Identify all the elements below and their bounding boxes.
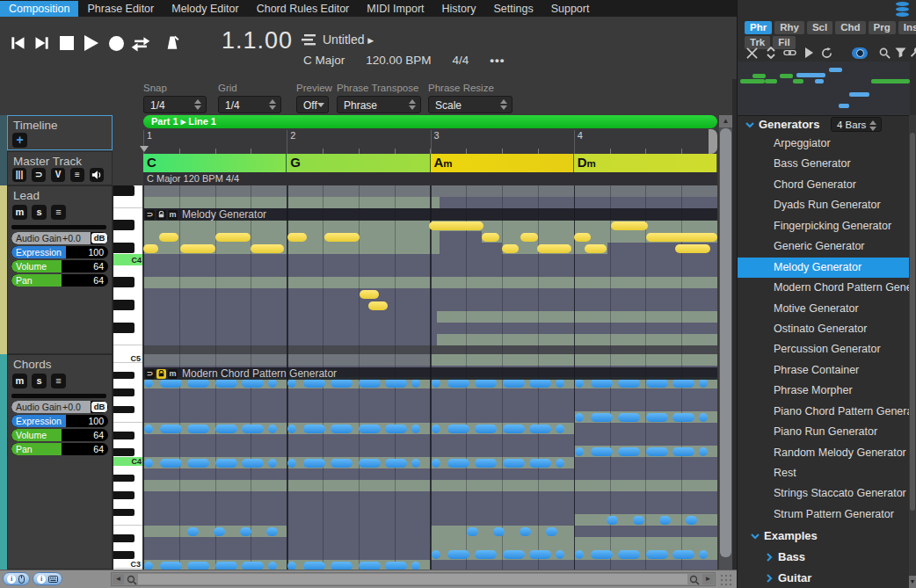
chevron-right-icon[interactable]: [764, 552, 774, 563]
play-icon[interactable]: [81, 33, 102, 53]
volume-slider[interactable]: Volume64: [11, 260, 108, 272]
black-key[interactable]: [113, 300, 134, 310]
chords-note[interactable]: [575, 550, 584, 559]
chords-note[interactable]: [242, 562, 264, 570]
repeat-icon[interactable]: ⊃: [145, 210, 155, 220]
piano-roll[interactable]: ⊃mMelody Generator⊃mModern Chord Pattern…: [143, 185, 717, 570]
mute-icon[interactable]: m: [168, 210, 178, 220]
chords-note[interactable]: [672, 550, 694, 559]
chord-block-C[interactable]: C: [143, 154, 287, 172]
chords-note[interactable]: [556, 425, 564, 433]
velocity-icon[interactable]: V: [51, 168, 65, 182]
black-key[interactable]: [113, 551, 134, 559]
visibility-icon[interactable]: [852, 46, 868, 60]
chords-note[interactable]: [215, 425, 237, 433]
song-title-row[interactable]: Untitled ▶: [302, 33, 374, 47]
melody-note[interactable]: [429, 221, 483, 230]
black-key[interactable]: [113, 475, 134, 483]
chords-note[interactable]: [591, 379, 613, 388]
generator-item-chord-generator[interactable]: Chord Generator: [738, 175, 910, 195]
chords-note[interactable]: [556, 459, 564, 468]
chords-note[interactable]: [529, 379, 551, 388]
chords-note[interactable]: [242, 459, 264, 468]
spinner-icon[interactable]: [500, 99, 508, 110]
chords-note[interactable]: [187, 459, 209, 468]
master-track-panel[interactable]: Master Track |||⊃V≡: [7, 151, 113, 185]
chords-note[interactable]: [646, 447, 668, 456]
menu-item-phrase-editor[interactable]: Phrase Editor: [78, 1, 163, 18]
play-icon[interactable]: [801, 46, 817, 60]
chords-note[interactable]: [268, 459, 277, 468]
chords-note[interactable]: [359, 562, 381, 570]
example-label-guitar[interactable]: Guitar: [778, 571, 811, 584]
black-key[interactable]: [113, 220, 134, 230]
menu-item-composition[interactable]: Composition: [0, 1, 78, 18]
chords-note[interactable]: [467, 527, 478, 536]
chords-note[interactable]: [359, 379, 381, 388]
chords-note[interactable]: [475, 550, 497, 559]
sustain-icon[interactable]: ⊃: [32, 168, 46, 182]
song-title[interactable]: Untitled: [323, 33, 364, 47]
tab-ins[interactable]: Ins: [898, 21, 916, 34]
audio-gain-slider[interactable]: Audio Gain+0.0dB: [11, 401, 108, 413]
chords-note[interactable]: [546, 527, 557, 536]
chords-note[interactable]: [215, 379, 237, 388]
melody-note[interactable]: [360, 290, 379, 299]
generator-item-rest[interactable]: Rest: [738, 463, 910, 483]
chords-note[interactable]: [303, 379, 325, 388]
examples-label[interactable]: Examples: [764, 529, 818, 542]
black-key[interactable]: [113, 534, 134, 542]
chords-note[interactable]: [672, 379, 694, 388]
chords-note[interactable]: [503, 425, 525, 433]
chords-note[interactable]: [432, 550, 440, 559]
sidebar-scrollbar[interactable]: ▼: [909, 115, 916, 588]
generator-item-percussion-generator[interactable]: Percussion Generator: [738, 339, 910, 359]
database-icon[interactable]: [896, 2, 909, 17]
solo-button[interactable]: s: [32, 374, 47, 388]
chords-note[interactable]: [287, 425, 296, 433]
chords-note[interactable]: [160, 379, 182, 388]
tab-phr[interactable]: Phr: [745, 21, 772, 34]
roll-track-chords[interactable]: ⊃mModern Chord Pattern Generator: [143, 354, 717, 570]
metronome-icon[interactable]: [162, 33, 183, 53]
chords-note[interactable]: [187, 379, 209, 388]
menu-item-chord-rules-editor[interactable]: Chord Rules Editor: [248, 1, 359, 18]
piano-keyboard-chords[interactable]: C5C4C3: [113, 354, 142, 570]
melody-note[interactable]: [611, 221, 648, 230]
solo-button[interactable]: s: [32, 205, 47, 220]
skip-end-icon[interactable]: [32, 33, 53, 53]
melody-note[interactable]: [159, 233, 178, 242]
chords-note[interactable]: [432, 425, 440, 433]
melody-note[interactable]: [675, 244, 710, 253]
generator-item-phrase-container[interactable]: Phrase Container: [738, 360, 910, 381]
chords-note[interactable]: [411, 379, 420, 388]
track-panel-chords[interactable]: Chordsms≡Audio Gain+0.0dBExpression100Vo…: [7, 354, 113, 570]
chords-note[interactable]: [529, 550, 551, 559]
generator-item-bass-generator[interactable]: Bass Generator: [738, 154, 910, 174]
chords-note[interactable]: [591, 447, 613, 456]
menu-item-melody-editor[interactable]: Melody Editor: [163, 1, 247, 18]
chords-note[interactable]: [556, 550, 564, 559]
mute-button[interactable]: m: [12, 374, 27, 388]
piano-keyboard-lead[interactable]: C4: [113, 185, 142, 354]
example-group-bass[interactable]: Bass: [738, 548, 910, 568]
audio-gain-slider[interactable]: Audio Gain+0.0dB: [11, 232, 108, 244]
spinner-icon[interactable]: [194, 99, 202, 110]
chords-note[interactable]: [287, 379, 296, 388]
chords-note[interactable]: [672, 447, 694, 456]
list-icon[interactable]: ≡: [70, 168, 84, 182]
highlighted-key-c4[interactable]: C4: [113, 457, 142, 466]
black-key[interactable]: [113, 406, 134, 414]
scroll-left-icon[interactable]: ◄: [113, 574, 124, 584]
mute-icon[interactable]: m: [168, 369, 178, 379]
melody-note[interactable]: [520, 233, 538, 242]
chords-note[interactable]: [287, 562, 296, 570]
chords-note[interactable]: [646, 413, 668, 422]
chords-note[interactable]: [160, 459, 182, 468]
chord-block-Dm[interactable]: Dm: [574, 154, 717, 172]
chords-note[interactable]: [385, 425, 407, 433]
expression-slider[interactable]: Expression100: [11, 415, 108, 427]
phrase-preview[interactable]: [738, 62, 910, 116]
chords-note[interactable]: [385, 379, 407, 388]
chords-note[interactable]: [699, 550, 708, 559]
